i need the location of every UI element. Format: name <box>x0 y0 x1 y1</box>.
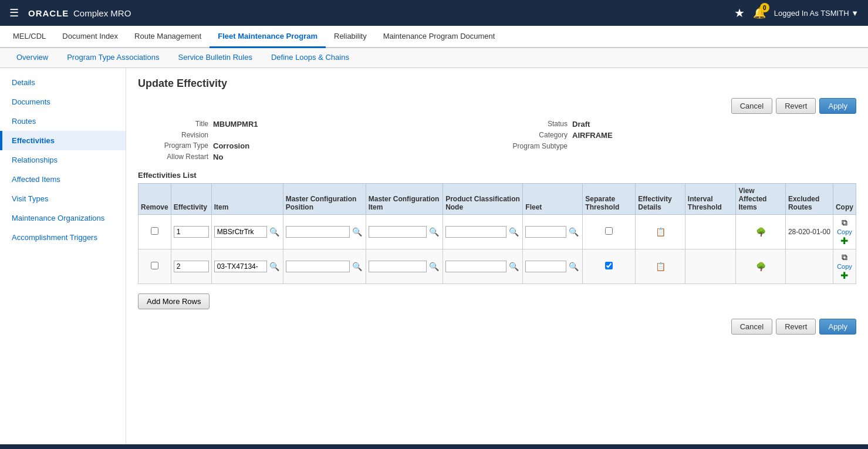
fleet-search-btn-1[interactable]: 🔍 <box>568 227 580 237</box>
effectivity-details-btn-1[interactable]: 📋 <box>654 227 667 237</box>
master-config-item-input-1[interactable] <box>369 226 427 238</box>
sidebar-item-documents[interactable]: Documents <box>0 92 126 112</box>
status-value: Draft <box>572 120 590 129</box>
apply-button-bottom[interactable]: Apply <box>819 319 856 335</box>
effectivity-input-2[interactable] <box>174 261 209 272</box>
copy-btn-2[interactable]: ⧉ <box>840 252 849 263</box>
item-input-2[interactable] <box>214 261 267 272</box>
copy-cell: ⧉ Copy ✚ <box>833 249 856 284</box>
master-config-pos-search-btn-2[interactable]: 🔍 <box>351 262 363 271</box>
master-config-item-cell: 🔍 <box>366 215 443 249</box>
item-cell: 🔍 <box>211 249 283 284</box>
nav-fleet-maintenance-program[interactable]: Fleet Maintenance Program <box>210 26 326 48</box>
view-affected-items-btn-1[interactable]: 🌳 <box>754 227 768 237</box>
nav-route-management[interactable]: Route Management <box>126 26 210 48</box>
nav-maintenance-program-document[interactable]: Maintenance Program Document <box>375 26 504 48</box>
item-search-btn-2[interactable]: 🔍 <box>268 262 281 271</box>
add-row-btn-2[interactable]: ✚ <box>840 270 848 281</box>
product-class-node-search-btn-2[interactable]: 🔍 <box>508 262 520 271</box>
master-config-pos-search-btn-1[interactable]: 🔍 <box>351 227 363 237</box>
info-left: Title MBUMPMR1 Revision Program Type Cor… <box>138 120 497 164</box>
user-menu[interactable]: Logged In As TSMITH ▼ <box>774 9 859 18</box>
sidebar-item-visit-types[interactable]: Visit Types <box>0 189 126 208</box>
sidebar-item-relationships[interactable]: Relationships <box>0 150 126 170</box>
sidebar-item-affected-items[interactable]: Affected Items <box>0 170 126 189</box>
category-label: Category <box>497 131 568 140</box>
master-config-item-cell: 🔍 <box>366 249 443 284</box>
sidebar: Details Documents Routes Effectivities R… <box>0 68 126 444</box>
effectivity-details-cell[interactable]: 📋 <box>636 215 685 249</box>
tab-overview[interactable]: Overview <box>7 48 58 68</box>
favorite-icon[interactable]: ★ <box>734 6 745 20</box>
interval-threshold-cell <box>685 215 736 249</box>
master-config-pos-input-1[interactable] <box>286 226 350 238</box>
col-effectivity: Effectivity <box>171 184 211 215</box>
effectivity-details-cell[interactable]: 📋 <box>636 249 685 284</box>
col-master-config-item: Master Configuration Item <box>366 184 443 215</box>
info-row-allow-restart: Allow Restart No <box>138 153 497 161</box>
master-config-pos-cell: 🔍 <box>283 249 366 284</box>
item-search-btn-1[interactable]: 🔍 <box>268 227 281 237</box>
remove-checkbox-1[interactable] <box>151 227 158 235</box>
apply-button-top[interactable]: Apply <box>819 98 856 114</box>
col-remove: Remove <box>139 184 171 215</box>
hamburger-menu[interactable]: ☰ <box>9 6 19 19</box>
product-class-node-input-1[interactable] <box>445 226 506 238</box>
effectivity-input-1[interactable] <box>174 226 209 238</box>
separate-threshold-checkbox-2[interactable] <box>605 262 613 269</box>
page-layout: Details Documents Routes Effectivities R… <box>0 68 868 444</box>
sidebar-item-details[interactable]: Details <box>0 73 126 92</box>
table-row: 🔍 🔍 🔍 🔍 <box>139 249 856 284</box>
item-input-1[interactable] <box>214 226 267 238</box>
master-config-item-input-2[interactable] <box>369 261 427 272</box>
notifications-bell[interactable]: 🔔 0 <box>753 6 766 19</box>
fleet-input-2[interactable] <box>525 261 566 272</box>
info-row-program-type: Program Type Corrosion <box>138 141 497 150</box>
tab-service-bulletin-rules[interactable]: Service Bulletin Rules <box>168 48 261 68</box>
product-class-node-cell: 🔍 <box>443 215 523 249</box>
product-class-node-search-btn-1[interactable]: 🔍 <box>508 227 520 237</box>
copy-cell: ⧉ Copy ✚ <box>833 215 856 249</box>
fleet-input-1[interactable] <box>525 226 566 238</box>
add-more-rows-button[interactable]: Add More Rows <box>138 293 210 309</box>
effectivity-details-btn-2[interactable]: 📋 <box>654 261 667 272</box>
tab-define-loops-chains[interactable]: Define Loops & Chains <box>262 48 359 68</box>
allow-restart-label: Allow Restart <box>138 153 208 161</box>
fleet-search-btn-2[interactable]: 🔍 <box>568 262 580 271</box>
oracle-logo: ORACLE <box>28 8 69 18</box>
remove-checkbox-2[interactable] <box>151 262 158 269</box>
col-separate-threshold: Separate Threshold <box>583 184 636 215</box>
view-affected-items-btn-2[interactable]: 🌳 <box>754 261 768 272</box>
notification-badge: 0 <box>760 3 769 12</box>
master-config-item-search-btn-2[interactable]: 🔍 <box>428 262 440 271</box>
nav-reliability[interactable]: Reliability <box>326 26 375 48</box>
sidebar-item-effectivities[interactable]: Effectivities <box>0 131 126 150</box>
product-class-node-input-2[interactable] <box>445 261 506 272</box>
cancel-button-bottom[interactable]: Cancel <box>731 319 772 335</box>
revert-button-bottom[interactable]: Revert <box>776 319 816 335</box>
app-name: Complex MRO <box>73 8 131 18</box>
info-section: Title MBUMPMR1 Revision Program Type Cor… <box>138 120 856 164</box>
table-row: 🔍 🔍 🔍 🔍 <box>139 215 856 249</box>
separate-threshold-checkbox-1[interactable] <box>605 227 613 235</box>
nav-document-index[interactable]: Document Index <box>54 26 126 48</box>
sidebar-item-accomplishment-triggers[interactable]: Accomplishment Triggers <box>0 228 126 247</box>
col-view-affected-items: View Affected Items <box>736 184 786 215</box>
sidebar-item-maintenance-orgs[interactable]: Maintenance Organizations <box>0 208 126 228</box>
item-cell: 🔍 <box>211 215 283 249</box>
separate-threshold-cell <box>583 249 636 284</box>
master-config-item-search-btn-1[interactable]: 🔍 <box>428 227 440 237</box>
tab-program-type-associations[interactable]: Program Type Associations <box>58 48 168 68</box>
add-row-btn-1[interactable]: ✚ <box>840 235 848 247</box>
cancel-button-top[interactable]: Cancel <box>731 98 772 114</box>
master-config-pos-input-2[interactable] <box>286 261 350 272</box>
interval-threshold-cell <box>685 249 736 284</box>
col-excluded-routes: Excluded Routes <box>785 184 833 215</box>
sidebar-item-routes[interactable]: Routes <box>0 112 126 131</box>
bottom-action-bar: Cancel Revert Apply <box>138 319 856 335</box>
nav-mel-cdl[interactable]: MEL/CDL <box>5 26 54 48</box>
info-row-program-subtype: Program Subtype <box>497 142 856 150</box>
copy-btn-1[interactable]: ⧉ <box>840 217 849 228</box>
revert-button-top[interactable]: Revert <box>776 98 816 114</box>
footer: Copyright (c) 1998, 2020, Oracle and/or … <box>0 444 868 449</box>
